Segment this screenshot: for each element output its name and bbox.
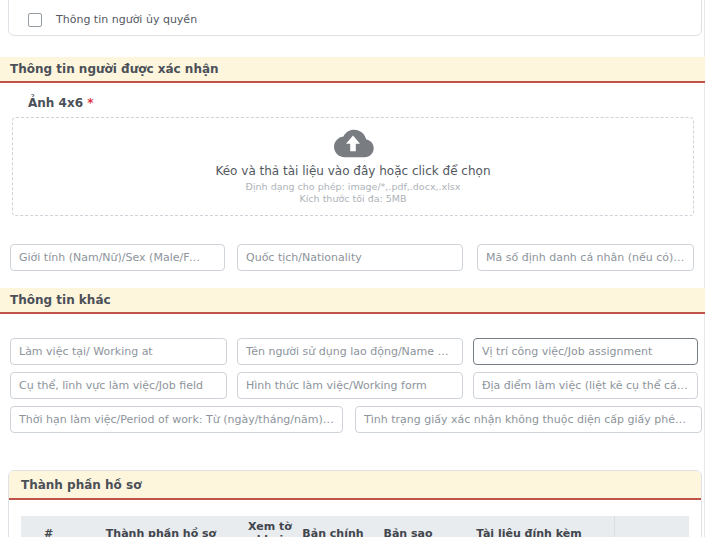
work-period-input[interactable]	[10, 406, 343, 433]
working-at-input[interactable]	[10, 338, 227, 365]
col-header-attachments: Tài liệu đính kèm	[444, 516, 614, 537]
required-asterisk: *	[87, 96, 93, 110]
nationality-select[interactable]: Quốc tịch/Nationality	[237, 244, 463, 271]
dropzone-size-text: Kích thước tối đa: 5MB	[13, 193, 693, 204]
gender-select[interactable]: Giới tính (Nam/Nữ)/Sex (Male/Female)	[10, 244, 225, 271]
cloud-upload-icon	[13, 127, 693, 163]
documents-table-header: # Thành phần hồ sơ Xem tờ khai Bản chính…	[21, 516, 689, 537]
section-header-other-info: Thông tin khác	[0, 288, 705, 314]
confirmation-status-input[interactable]	[355, 406, 702, 433]
col-header-actions	[614, 516, 689, 537]
section-header-documents: Thành phần hồ sơ	[9, 471, 701, 500]
dropzone-formats-text: Định dạng cho phép: image/*,.pdf,.docx,.…	[13, 181, 693, 192]
col-header-document-name: Thành phần hồ sơ	[76, 516, 246, 537]
working-location-input[interactable]	[473, 372, 698, 399]
photo-4x6-label: Ảnh 4x6 *	[28, 96, 93, 110]
delegation-checkbox[interactable]	[28, 13, 42, 27]
personal-id-input[interactable]	[477, 244, 694, 271]
delegation-panel: Thông tin người ủy quyền	[8, 0, 702, 36]
col-header-index: #	[21, 516, 76, 537]
file-upload-dropzone[interactable]: Kéo và thả tài liệu vào đây hoặc click đ…	[12, 117, 694, 216]
employer-name-input[interactable]	[237, 338, 463, 365]
section-title: Thông tin người được xác nhận	[10, 62, 219, 76]
delegation-checkbox-label: Thông tin người ủy quyền	[56, 13, 197, 26]
dropzone-main-text: Kéo và thả tài liệu vào đây hoặc click đ…	[13, 164, 693, 178]
section-title: Thành phần hồ sơ	[21, 478, 141, 492]
col-header-view-form: Xem tờ khai	[246, 516, 294, 537]
section-header-confirmed-person: Thông tin người được xác nhận	[0, 57, 705, 83]
col-header-original: Bản chính	[294, 516, 372, 537]
col-header-copy: Bản sao	[372, 516, 444, 537]
section-title: Thông tin khác	[10, 293, 111, 307]
job-assignment-input[interactable]	[473, 338, 698, 365]
job-field-input[interactable]	[10, 372, 227, 399]
documents-panel: Thành phần hồ sơ # Thành phần hồ sơ Xem …	[8, 470, 702, 537]
working-form-input[interactable]	[237, 372, 463, 399]
